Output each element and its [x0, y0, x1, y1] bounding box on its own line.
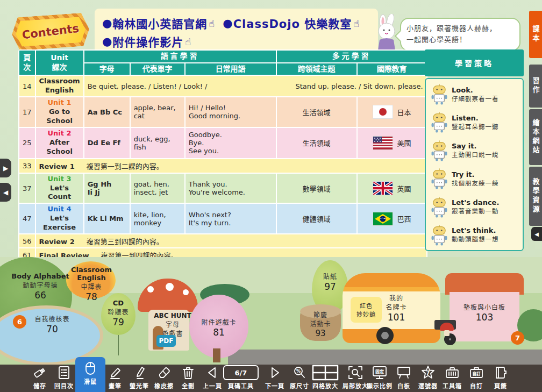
pointer-hand-icon: ☝	[353, 18, 360, 29]
robot-look-icon	[430, 83, 448, 105]
whiteboard-icon	[396, 366, 411, 380]
prev-triangle-icon	[206, 366, 219, 379]
highlighter-icon	[132, 366, 146, 380]
top-links-panel: ● 翰林國小英語官網 ☝ ● ClassDojo 快樂教室 ☝ ● 附件操作影片…	[95, 9, 378, 55]
col-header-strategy: 學習策略	[425, 49, 524, 76]
eraser-icon	[157, 366, 171, 380]
svg-text:固定: 固定	[375, 369, 384, 374]
chevron-left-icon: ◀	[534, 231, 539, 237]
custom-briefcase-icon: 自訂	[469, 366, 484, 380]
mushroom-decoration	[440, 323, 454, 337]
table-row: 14 Classroom English Be quiet, please. /…	[19, 76, 426, 96]
table-row: 56 Review 2複習第三到四課的內容。	[19, 234, 426, 247]
robot-think-icon	[430, 224, 448, 246]
chevron-left-icon: ◀	[3, 189, 8, 196]
four-grid-icon	[312, 365, 339, 381]
zoom-percent-icon: %	[293, 366, 306, 380]
col-header-page: 頁次	[19, 51, 35, 75]
table-row: 47 Unit 4Let's Exercise Kk Ll Mm kite, l…	[19, 204, 426, 233]
bottom-toolbar: 儲存 回目次 滑鼠 畫筆 螢光筆 橡皮擦	[0, 365, 542, 392]
tab-teaching-resources[interactable]: 教學資源	[529, 167, 542, 226]
region-zoom-icon	[348, 366, 363, 380]
speech-line1: 小朋友，跟著機器人赫赫，	[406, 23, 514, 34]
contents-badge: Contents	[11, 12, 90, 51]
mascot-speech-bubble: 小朋友，跟著機器人赫赫， 一起開心學英語！	[400, 18, 520, 51]
hotspot-abc-hunt[interactable]: ABC HUNT 字母 遊戲書	[154, 312, 191, 338]
strategy-try-it: Try it.找個朋友練一練	[430, 167, 518, 190]
pen-icon	[108, 366, 122, 380]
robot-say-icon	[430, 139, 448, 162]
toolbox-icon	[445, 366, 460, 380]
bullet-icon: ●	[223, 17, 233, 30]
book-tab-icon	[494, 366, 508, 380]
left-panel-collapse-button[interactable]: ◀	[0, 183, 11, 202]
page-marker-7: 7	[511, 331, 524, 345]
display-ratio-icon: 固定	[372, 366, 388, 380]
bullet-icon: ●	[102, 17, 112, 30]
link-hanlin-site[interactable]: ● 翰林國小英語官網 ☝	[102, 15, 215, 31]
col-header-domain: 跨領域主題	[277, 63, 356, 75]
pink-house-roof	[445, 273, 524, 295]
next-triangle-icon	[268, 366, 281, 379]
brazil-flag-icon	[373, 212, 393, 226]
hotspot-writing-board[interactable]: 墊板與小白板 103	[452, 302, 517, 323]
bullet-icon: ●	[102, 35, 112, 48]
col-header-words: 代表單字	[131, 63, 184, 75]
tab-storybook-site[interactable]: 繪本網站	[529, 109, 542, 165]
page-marker-6: 6	[13, 315, 26, 329]
strategy-lets-dance: Let's dance.跟著音樂動一動	[430, 196, 518, 218]
contents-badge-label: Contents	[10, 10, 91, 53]
four-grid-zoom-button[interactable]: 四格放大	[308, 365, 343, 392]
mouse-icon	[83, 361, 98, 376]
col-header-phrases: 日常用語	[186, 63, 276, 75]
strategy-list: Look.仔細觀察看一看 Listen.豎起耳朵聽一聽 Say it.主動開口說…	[425, 78, 524, 251]
col-header-intl: 國際教育	[358, 63, 426, 75]
left-panel-expand-button[interactable]: ▶	[0, 159, 11, 177]
group-header-multi: 多元學習	[277, 51, 426, 62]
page-indicator: 6/7	[223, 365, 259, 380]
tab-textbook[interactable]: 課本	[529, 11, 542, 58]
robot-dance-icon	[430, 196, 448, 218]
scene-road	[228, 350, 542, 366]
strategy-lets-think: Let's think.動動頭腦想一想	[430, 224, 518, 246]
group-header-language: 語言學習	[84, 51, 276, 62]
strategy-say-it: Say it.主動開口說一說	[430, 139, 518, 162]
chevron-right-icon: ▶	[3, 165, 8, 172]
pdf-button[interactable]: PDF	[156, 335, 176, 347]
uk-flag-icon	[373, 181, 393, 195]
svg-text:%: %	[296, 369, 301, 374]
usb-save-icon	[33, 366, 47, 380]
japan-flag-icon	[373, 105, 393, 119]
table-row: 37 Unit 3Let's Count Gg Hh Ii Jj goat, h…	[19, 174, 426, 203]
ebook-stage: Contents ● 翰林國小英語官網 ☝ ● ClassDojo 快樂教室 ☝…	[0, 0, 542, 392]
col-header-unit: Unit 課次	[36, 51, 83, 75]
page-number-tool[interactable]: 6/7 頁碼工具	[220, 365, 261, 392]
strategy-listen: Listen.豎起耳朵聽一聽	[430, 111, 518, 133]
pointer-hand-icon: ☝	[209, 18, 215, 29]
back-to-contents-button[interactable]: 回目次	[49, 365, 79, 392]
contents-list-icon	[58, 366, 70, 380]
hotspot-self-checklist[interactable]: 自我檢核表 70	[23, 314, 82, 334]
robot-try-icon	[430, 167, 448, 190]
hotspot-attachment-game-cards[interactable]: 附件遊戲卡 81	[189, 317, 248, 338]
hotspot-name-badge-card[interactable]: 我的 名牌卡 101	[376, 293, 416, 323]
tab-workbook[interactable]: 習作	[529, 65, 542, 108]
sidebar-collapse-button[interactable]: ◀	[531, 227, 542, 241]
col-header-letters: 字母	[84, 63, 130, 75]
hotspot-festival-activity-cards[interactable]: 節慶 活動卡 93	[300, 310, 341, 338]
page-tabs-button[interactable]: 頁籤	[486, 365, 516, 392]
trash-icon	[182, 366, 195, 380]
camper-wheel	[376, 327, 394, 344]
contents-table: 頁次 Unit 課次 語言學習 多元學習 字母 代表單字 日常用語 跨領域主題 …	[18, 49, 427, 276]
pink-tree-trunk	[213, 348, 220, 362]
link-classdojo[interactable]: ● ClassDojo 快樂教室 ☝	[223, 15, 360, 31]
hotspot-stickers[interactable]: 貼紙 97	[312, 272, 348, 292]
star-number-icon: 7	[420, 365, 436, 380]
svg-text:自訂: 自訂	[473, 371, 481, 376]
link-attachment-videos[interactable]: ● 附件操作影片 ☝	[102, 33, 191, 49]
robot-listen-icon	[430, 111, 448, 133]
hotspot-classroom-english-translation[interactable]: Classroom English 中譯表 78	[58, 266, 125, 302]
table-row: 25 Unit 2After School Dd Ee Ff duck, egg…	[19, 128, 426, 158]
hotspot-cd-listening-chart[interactable]: CD 聆聽表 79	[101, 299, 136, 327]
usa-flag-icon	[373, 136, 393, 150]
